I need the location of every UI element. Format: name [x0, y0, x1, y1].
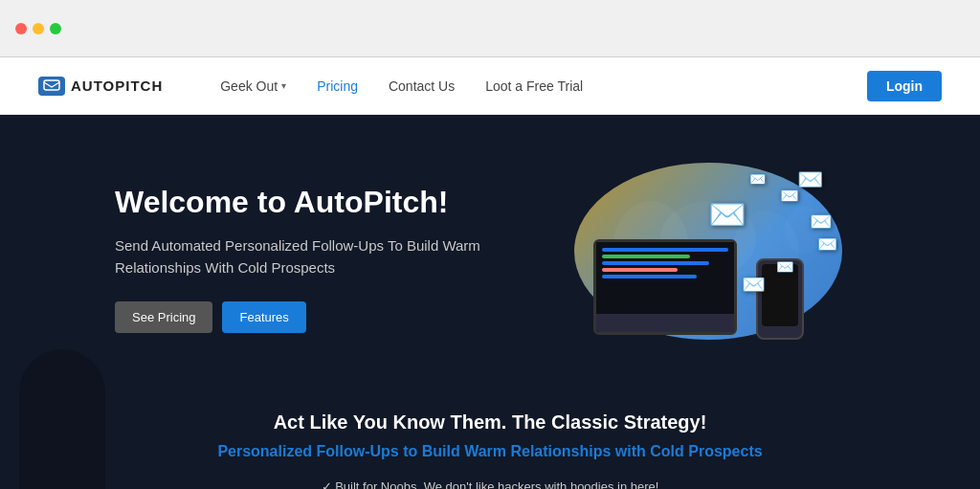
features-list: ✓ Built for Noobs. We don't like hackers… — [77, 479, 903, 489]
hero-subtitle: Send Automated Personalized Follow-Ups T… — [115, 235, 526, 278]
hero-title: Welcome to AutoPitch! — [115, 184, 526, 220]
nav-link-trial[interactable]: Loot a Free Trial — [485, 78, 583, 94]
minimize-button[interactable] — [33, 23, 44, 34]
close-button[interactable] — [15, 23, 27, 34]
login-button[interactable]: Login — [867, 71, 942, 101]
envelope-icon-3: ✉️ — [810, 211, 833, 233]
code-line-5 — [602, 275, 697, 278]
navbar: AUTOPITCH Geek Out ▾ Pricing Contact Us … — [0, 57, 980, 115]
nav-link-pricing[interactable]: Pricing — [317, 78, 358, 94]
feature-item-1: ✓ Built for Noobs. We don't like hackers… — [322, 479, 659, 489]
hero-text: Welcome to AutoPitch! Send Automated Per… — [115, 184, 526, 333]
logo-text: AUTOPITCH — [71, 78, 163, 94]
nav-link-contact[interactable]: Contact Us — [389, 78, 455, 94]
hero-content: Welcome to AutoPitch! Send Automated Per… — [0, 115, 980, 383]
code-line-4 — [602, 268, 678, 272]
hero-section: Welcome to AutoPitch! Send Automated Per… — [0, 115, 980, 489]
laptop-base — [596, 314, 734, 332]
features-button[interactable]: Features — [222, 301, 305, 333]
code-line-2 — [602, 255, 690, 258]
hero-illustration: ✉️ ✉️ ✉️ ✉️ ✉️ ✉️ ✉️ ✉️ — [565, 163, 852, 354]
silhouette-decoration — [19, 349, 105, 489]
code-line-3 — [602, 261, 709, 265]
traffic-lights — [15, 23, 61, 34]
nav-link-geekout[interactable]: Geek Out ▾ — [220, 78, 286, 94]
code-line-1 — [602, 248, 728, 252]
svg-rect-0 — [44, 80, 59, 90]
maximize-button[interactable] — [50, 23, 61, 34]
envelope-icon-6: ✉️ — [776, 258, 794, 276]
browser-chrome — [0, 0, 980, 57]
strategy-subtitle: Personalized Follow-Ups to Build Warm Re… — [77, 443, 903, 460]
envelope-icon-7: ✉️ — [742, 273, 766, 296]
envelope-icon-large: ✉️ — [708, 196, 746, 233]
logo-icon — [38, 77, 65, 96]
envelope-icon-2: ✉️ — [780, 187, 799, 205]
logo[interactable]: AUTOPITCH — [38, 77, 163, 96]
see-pricing-button[interactable]: See Pricing — [115, 301, 212, 333]
nav-links: Geek Out ▾ Pricing Contact Us Loot a Fre… — [220, 78, 867, 94]
hero-buttons: See Pricing Features — [115, 301, 526, 333]
laptop-screen — [596, 242, 734, 314]
envelope-icon-1: ✉️ — [797, 167, 823, 192]
envelope-icon-5: ✉️ — [817, 234, 837, 255]
chevron-down-icon: ▾ — [281, 80, 286, 91]
lower-section: Act Like You Know Them. The Classic Stra… — [0, 383, 980, 489]
laptop-device — [593, 239, 737, 335]
strategy-title: Act Like You Know Them. The Classic Stra… — [77, 411, 903, 433]
envelope-icon-4: ✉️ — [749, 170, 766, 188]
